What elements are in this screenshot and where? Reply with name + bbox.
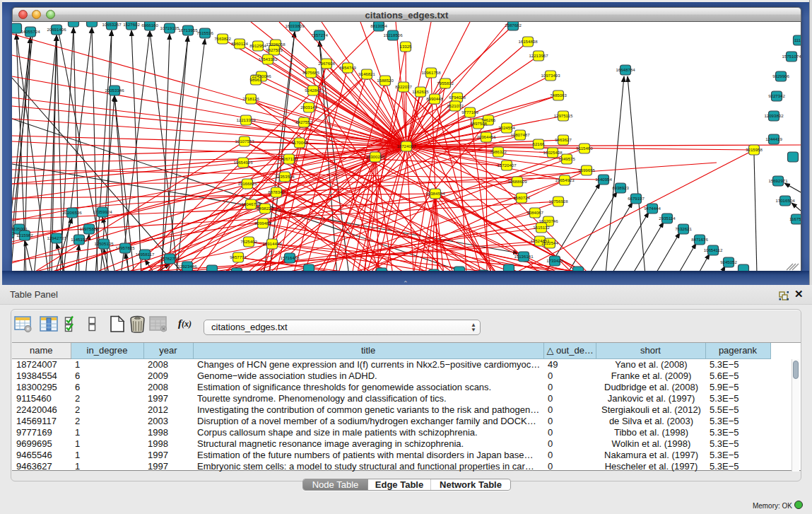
svg-text:7632621: 7632621 (675, 226, 692, 231)
svg-text:12213369: 12213369 (236, 117, 256, 122)
svg-text:16958117: 16958117 (136, 252, 155, 257)
svg-text:7955812: 7955812 (437, 81, 454, 86)
svg-text:9457771: 9457771 (230, 255, 247, 259)
svg-text:9463627: 9463627 (555, 137, 572, 142)
svg-text:8912954: 8912954 (249, 43, 266, 48)
svg-text:8938923: 8938923 (612, 185, 629, 190)
svg-text:7986322: 7986322 (490, 149, 507, 154)
svg-text:9474444: 9474444 (644, 206, 661, 211)
svg-text:18300295: 18300295 (365, 154, 385, 159)
svg-text:2087682: 2087682 (505, 23, 522, 28)
svg-text:13975887: 13975887 (79, 226, 99, 231)
svg-text:16914479: 16914479 (262, 241, 282, 246)
svg-text:9699695: 9699695 (578, 168, 595, 173)
svg-text:2935114: 2935114 (659, 216, 676, 221)
svg-text:9227342: 9227342 (768, 93, 785, 98)
svg-text:18724007: 18724007 (396, 144, 416, 148)
svg-text:20691406: 20691406 (47, 27, 66, 32)
svg-text:2803144: 2803144 (300, 105, 317, 110)
svg-text:16543382: 16543382 (258, 57, 278, 62)
svg-text:9827503: 9827503 (266, 47, 283, 52)
svg-text:1349575: 1349575 (558, 156, 575, 161)
svg-text:10961758: 10961758 (421, 70, 441, 75)
svg-text:2522544: 2522544 (541, 240, 558, 245)
svg-text:3024554: 3024554 (498, 125, 515, 130)
svg-text:10654112: 10654112 (704, 247, 723, 252)
svg-text:16154838: 16154838 (518, 39, 538, 44)
svg-text:39153: 39153 (12, 230, 15, 235)
svg-text:17957825: 17957825 (115, 245, 135, 250)
svg-text:8322037: 8322037 (395, 84, 412, 89)
svg-text:10807487: 10807487 (510, 132, 530, 137)
svg-text:1162615: 1162615 (412, 89, 429, 94)
svg-text:12093832: 12093832 (764, 113, 784, 118)
svg-text:19384554: 19384554 (425, 191, 445, 196)
svg-text:12213967: 12213967 (529, 53, 548, 58)
svg-text:6794028: 6794028 (449, 95, 466, 100)
svg-text:12942737: 12942737 (47, 235, 66, 240)
svg-text:1640954: 1640954 (595, 177, 612, 182)
svg-text:12505135: 12505135 (94, 241, 114, 246)
svg-text:8427552: 8427552 (295, 119, 312, 124)
svg-text:62166: 62166 (533, 141, 546, 146)
svg-text:9245052: 9245052 (720, 259, 737, 264)
svg-text:116753: 116753 (789, 216, 801, 221)
svg-text:20053346: 20053346 (105, 88, 124, 93)
svg-text:7357274: 7357274 (311, 33, 328, 37)
svg-text:8454749: 8454749 (339, 65, 356, 70)
svg-text:7663822: 7663822 (214, 36, 231, 41)
svg-text:8975685: 8975685 (302, 70, 319, 75)
svg-text:1527602: 1527602 (123, 22, 140, 27)
svg-text:2718126: 2718126 (242, 96, 259, 101)
svg-text:2967608: 2967608 (318, 61, 335, 66)
svg-text:19166825: 19166825 (237, 181, 257, 186)
svg-text:8813054: 8813054 (370, 23, 387, 28)
svg-text:15136141: 15136141 (514, 254, 534, 259)
svg-text:10025438: 10025438 (543, 150, 563, 155)
svg-text:12975115: 12975115 (554, 113, 573, 118)
svg-text:7625402: 7625402 (240, 239, 257, 244)
svg-text:6966160: 6966160 (141, 23, 158, 28)
svg-text:9242845: 9242845 (305, 88, 322, 93)
svg-text:1244419: 1244419 (765, 136, 782, 141)
svg-text:16033809: 16033809 (285, 23, 305, 28)
svg-text:15716485: 15716485 (280, 255, 300, 260)
svg-text:10688609: 10688609 (507, 179, 527, 184)
svg-text:9777169: 9777169 (461, 110, 478, 115)
svg-text:8267130: 8267130 (281, 156, 298, 161)
svg-text:6679197: 6679197 (628, 196, 645, 201)
svg-text:4170046: 4170046 (291, 140, 308, 145)
svg-text:1145193: 1145193 (71, 237, 88, 242)
svg-text:10653267: 10653267 (102, 22, 122, 27)
svg-text:15751074: 15751074 (782, 54, 801, 59)
svg-text:19654923: 19654923 (555, 177, 575, 182)
svg-text:10107553: 10107553 (235, 139, 254, 144)
svg-text:10719135: 10719135 (160, 25, 180, 30)
svg-text:16648784: 16648784 (616, 67, 635, 72)
svg-text:17016504: 17016504 (775, 198, 795, 203)
svg-text:6897508: 6897508 (470, 121, 487, 126)
svg-text:20364456: 20364456 (476, 134, 496, 139)
svg-text:13325: 13325 (400, 44, 413, 49)
svg-text:8878342: 8878342 (268, 189, 285, 194)
svg-text:98961: 98961 (250, 77, 263, 82)
svg-text:7515536: 7515536 (196, 30, 213, 35)
svg-text:7485063: 7485063 (550, 93, 567, 98)
svg-text:19218506: 19218506 (383, 33, 403, 37)
svg-text:9498222: 9498222 (257, 206, 273, 211)
svg-text:1733426: 1733426 (546, 258, 563, 263)
svg-text:8990448: 8990448 (426, 96, 443, 101)
svg-text:16713955: 16713955 (178, 28, 198, 33)
svg-text:14055724: 14055724 (20, 29, 40, 34)
svg-text:19654925: 19654925 (233, 160, 253, 165)
svg-text:15720407: 15720407 (497, 163, 517, 168)
svg-text:8960124: 8960124 (231, 41, 248, 46)
svg-text:1588520: 1588520 (377, 78, 394, 83)
svg-text:17359924: 17359924 (93, 209, 112, 214)
svg-text:9084067: 9084067 (526, 210, 543, 215)
svg-text:3215958: 3215958 (746, 147, 763, 152)
svg-text:12923446: 12923446 (177, 264, 197, 269)
svg-text:10756928: 10756928 (548, 199, 568, 204)
svg-text:9146821: 9146821 (358, 71, 375, 76)
svg-text:1615132: 1615132 (533, 225, 550, 230)
